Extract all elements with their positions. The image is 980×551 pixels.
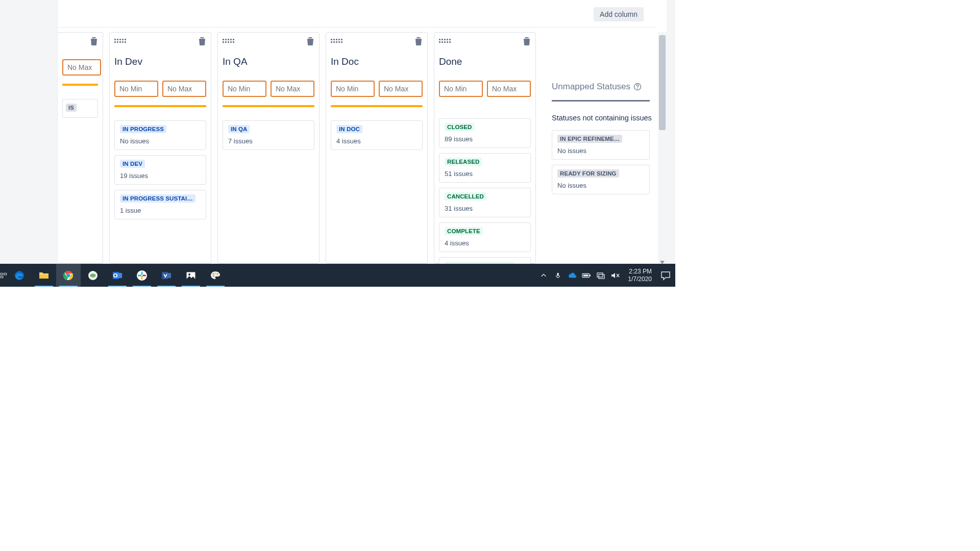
photos-icon[interactable]: [179, 264, 203, 287]
column-header: [223, 37, 314, 46]
svg-point-8: [66, 273, 70, 277]
min-limit-input[interactable]: [331, 81, 375, 97]
status-card[interactable]: COMPLETE4 issues: [439, 222, 531, 252]
min-limit-input[interactable]: [439, 81, 483, 97]
status-card[interactable]: IN DOC4 issues: [331, 120, 423, 150]
svg-rect-16: [141, 276, 143, 280]
scroll-down-icon[interactable]: [659, 258, 665, 264]
status-card[interactable]: IN PROGRESS SUSTAI…1 issue: [114, 190, 206, 219]
issue-count: No issues: [557, 147, 644, 155]
column-title[interactable]: In QA: [223, 56, 314, 67]
delete-column-button[interactable]: [414, 37, 423, 46]
delete-column-button[interactable]: [523, 37, 531, 46]
column-title[interactable]: Done: [439, 56, 531, 67]
min-limit-input[interactable]: [223, 81, 266, 97]
microphone-icon[interactable]: [553, 271, 562, 280]
status-chip: RELEASED: [445, 158, 482, 166]
board-column: In DevIN PROGRESSNo issuesIN DEV19 issue…: [109, 32, 211, 264]
svg-rect-19: [167, 273, 171, 278]
windows-taskbar: 2:23 PM 1/7/2020: [0, 264, 675, 287]
status-card[interactable]: COMPLETE WITH BUG: [439, 257, 531, 264]
drag-handle-icon[interactable]: [223, 39, 234, 44]
task-view-icon[interactable]: [0, 264, 7, 287]
min-limit-input[interactable]: [114, 81, 158, 97]
status-card[interactable]: IN EPIC REFINEME…No issues: [552, 130, 650, 160]
board-column: In QAIN QA7 issues: [217, 32, 320, 264]
status-chip: READY FOR SIZING: [557, 169, 619, 178]
outlook-icon[interactable]: [105, 264, 130, 287]
svg-rect-6: [39, 274, 48, 279]
vertical-scrollbar[interactable]: [658, 32, 667, 264]
status-chip: IN QA: [228, 125, 250, 133]
tray-chevron-up-icon[interactable]: [539, 271, 548, 280]
column-limits: [439, 81, 531, 97]
visio-icon[interactable]: [154, 264, 179, 287]
column-header: [62, 37, 98, 46]
svg-point-22: [213, 273, 214, 274]
issue-count: 4 issues: [336, 137, 417, 145]
svg-rect-28: [590, 274, 591, 277]
status-card[interactable]: RELEASED51 issues: [439, 153, 531, 183]
drag-handle-icon[interactable]: [331, 39, 342, 44]
system-tray: 2:23 PM 1/7/2020: [539, 264, 675, 287]
status-chip: CLOSED: [445, 123, 475, 131]
scroll-thumb[interactable]: [659, 35, 666, 130]
add-column-button[interactable]: Add column: [594, 7, 644, 21]
status-card[interactable]: IN QA7 issues: [223, 120, 314, 150]
status-card[interactable]: READY FOR SIZINGNo issues: [552, 165, 650, 194]
issue-count: 1 issue: [120, 207, 201, 214]
status-list: IN DOC4 issues: [331, 120, 423, 150]
status-chip: IS: [66, 104, 77, 112]
column-title[interactable]: In Dev: [114, 56, 206, 67]
status-card[interactable]: IN DEV19 issues: [114, 155, 206, 185]
onedrive-icon[interactable]: [568, 271, 577, 280]
column-separator: [331, 105, 423, 107]
paint-icon[interactable]: [203, 264, 228, 287]
board-column: IS: [58, 32, 103, 264]
max-limit-input[interactable]: [271, 81, 314, 97]
column-title[interactable]: In Doc: [331, 56, 423, 67]
column-separator: [62, 84, 98, 86]
max-limit-input[interactable]: [487, 81, 531, 97]
max-limit-input[interactable]: [62, 59, 101, 76]
column-limits: [331, 81, 423, 97]
unmapped-status-list: IN EPIC REFINEME…No issuesREADY FOR SIZI…: [552, 130, 650, 194]
battery-icon[interactable]: [582, 271, 591, 280]
status-chip: IN PROGRESS: [120, 125, 166, 133]
chrome-browser-icon[interactable]: [56, 264, 81, 287]
column-limits: [114, 81, 206, 97]
issue-count: 4 issues: [445, 239, 525, 247]
status-list: CLOSED89 issuesRELEASED51 issuesCANCELLE…: [439, 118, 531, 264]
cisco-webex-icon[interactable]: [81, 264, 105, 287]
drag-handle-icon[interactable]: [114, 39, 126, 44]
app-window: Add column ISIn DevIN PROGRESSNo issuesI…: [0, 0, 675, 264]
status-list: IN QA7 issues: [223, 120, 314, 150]
delete-column-button[interactable]: [306, 37, 314, 46]
max-limit-input[interactable]: [379, 81, 423, 97]
status-card[interactable]: CANCELLED31 issues: [439, 188, 531, 217]
svg-point-1: [637, 88, 638, 89]
issue-count: No issues: [120, 137, 201, 145]
help-icon[interactable]: [633, 83, 642, 91]
network-icon[interactable]: [596, 271, 605, 280]
svg-point-25: [213, 275, 214, 277]
edge-browser-icon[interactable]: [7, 264, 32, 287]
volume-muted-icon[interactable]: [610, 271, 620, 280]
max-limit-input[interactable]: [162, 81, 206, 97]
file-explorer-icon[interactable]: [32, 264, 56, 287]
action-center-icon[interactable]: [660, 270, 671, 281]
delete-column-button[interactable]: [198, 37, 206, 46]
unmapped-subtitle: Statuses not containing issues: [552, 114, 659, 122]
clock[interactable]: 2:23 PM 1/7/2020: [625, 268, 655, 283]
status-list: IS: [62, 99, 98, 118]
drag-handle-icon[interactable]: [439, 39, 450, 44]
unmapped-panel: Unmapped Statuses Statuses not containin…: [552, 32, 659, 194]
status-card[interactable]: IS: [62, 99, 98, 118]
slack-icon[interactable]: [130, 264, 154, 287]
status-card[interactable]: IN PROGRESSNo issues: [114, 120, 206, 150]
status-card[interactable]: CLOSED89 issues: [439, 118, 531, 148]
board-area: Add column ISIn DevIN PROGRESSNo issuesI…: [57, 0, 667, 264]
delete-column-button[interactable]: [90, 37, 98, 46]
svg-rect-3: [4, 273, 7, 275]
status-chip: IN DOC: [336, 125, 362, 133]
